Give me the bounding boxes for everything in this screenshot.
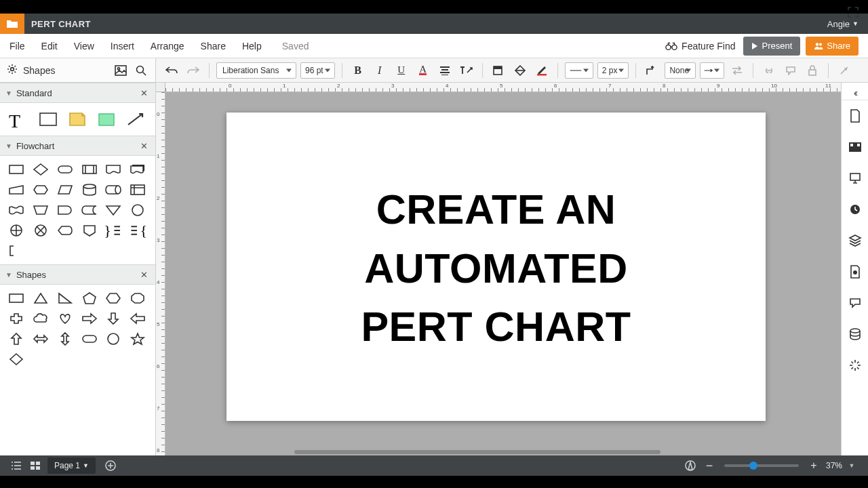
master-page-icon[interactable] [842, 131, 869, 163]
zoom-in-button[interactable]: + [804, 457, 823, 474]
preparation-shape[interactable] [31, 182, 50, 198]
arrow-end-select[interactable] [700, 62, 724, 79]
collapse-rail-button[interactable]: ‹‹ [842, 85, 868, 100]
page-heading-text[interactable]: CREATE ANAUTOMATEDPERT CHART [226, 180, 766, 357]
align-button[interactable] [436, 62, 454, 79]
cloud-shape[interactable] [31, 310, 50, 327]
or-shape[interactable] [7, 222, 26, 239]
menu-file[interactable]: File [9, 41, 25, 52]
search-shapes-button[interactable] [134, 63, 149, 78]
line-style-select[interactable] [565, 62, 593, 79]
menu-share[interactable]: Share [201, 41, 226, 52]
text-options-button[interactable] [458, 62, 475, 79]
canvas-page[interactable]: CREATE ANAUTOMATEDPERT CHART [226, 113, 766, 421]
menu-help[interactable]: Help [242, 41, 262, 52]
zoom-out-button[interactable]: − [700, 457, 719, 474]
close-icon[interactable]: ✕ [138, 88, 150, 98]
menu-edit[interactable]: Edit [41, 41, 58, 52]
arrow-updown-shape[interactable] [56, 331, 75, 347]
canvas-viewport[interactable]: CREATE ANAUTOMATEDPERT CHART [165, 92, 841, 455]
merge-shape[interactable] [104, 202, 123, 218]
bold-button[interactable]: B [349, 62, 367, 79]
block-shape[interactable] [94, 108, 119, 130]
theme-icon[interactable] [842, 256, 869, 287]
line-routing-button[interactable] [643, 62, 660, 79]
history-icon[interactable] [842, 194, 869, 225]
text-tool[interactable]: T [7, 108, 31, 130]
swap-arrows-button[interactable] [728, 62, 746, 79]
redo-button[interactable] [184, 62, 202, 79]
document-title[interactable]: PERT CHART [31, 19, 91, 29]
zoom-dropdown[interactable]: ▼ [842, 457, 861, 474]
close-icon[interactable]: ✕ [138, 270, 150, 280]
delay-shape[interactable] [56, 202, 75, 218]
rectangle-shape[interactable] [36, 108, 60, 130]
octagon-shape[interactable] [128, 290, 147, 306]
menu-view[interactable]: View [74, 41, 94, 52]
process-shape[interactable] [7, 161, 26, 178]
panel-standard-header[interactable]: ▼ Standard ✕ [0, 83, 155, 103]
actions-icon[interactable] [842, 350, 869, 381]
direct-data-shape[interactable] [104, 182, 123, 198]
data-linking-icon[interactable] [842, 319, 869, 350]
arrow-start-select[interactable]: None [665, 62, 696, 79]
right-triangle-shape[interactable] [56, 290, 75, 306]
zoom-slider-thumb[interactable] [749, 462, 757, 470]
border-color-button[interactable] [511, 62, 529, 79]
star-shape[interactable] [128, 331, 147, 347]
heart-shape[interactable] [56, 310, 75, 327]
image-library-button[interactable] [113, 63, 128, 78]
circle-shape[interactable] [104, 331, 123, 347]
italic-button[interactable]: I [371, 62, 389, 79]
gear-icon[interactable] [7, 64, 18, 77]
rectangle-shape[interactable] [7, 290, 26, 306]
text-color-button[interactable]: A [414, 62, 432, 79]
triangle-shape[interactable] [31, 290, 50, 306]
outline-view-button[interactable] [7, 457, 26, 474]
arrow-down-shape[interactable] [104, 310, 123, 327]
note-block-shape[interactable] [7, 243, 26, 259]
document-shape[interactable] [104, 161, 123, 178]
brace-left-shape[interactable]: { [128, 222, 147, 239]
paper-tape-shape[interactable] [7, 202, 26, 218]
magic-button[interactable] [835, 62, 853, 79]
decision-shape[interactable] [31, 161, 50, 178]
feature-find-button[interactable]: Feature Find [665, 41, 735, 52]
zoom-percent-label[interactable]: 37% [826, 461, 842, 470]
menu-arrange[interactable]: Arrange [151, 41, 184, 52]
arrow-up-shape[interactable] [7, 331, 26, 347]
note-shape[interactable] [65, 108, 90, 130]
panel-shapes-header[interactable]: ▼ Shapes ✕ [0, 264, 155, 285]
brand-logo[interactable] [0, 14, 24, 34]
arrow-right-shape[interactable] [80, 310, 99, 327]
internal-storage-shape[interactable] [128, 182, 147, 198]
fill-color-button[interactable] [490, 62, 507, 79]
summing-junction-shape[interactable] [31, 222, 50, 239]
line-width-select[interactable]: 2 px [597, 62, 629, 79]
predefined-process-shape[interactable] [80, 161, 99, 178]
arrow-line-tool[interactable] [123, 108, 148, 130]
accessibility-button[interactable] [681, 457, 700, 474]
terminator-shape[interactable] [56, 161, 75, 178]
stored-data-shape[interactable] [80, 202, 99, 218]
manual-input-shape[interactable] [7, 182, 26, 198]
multi-document-shape[interactable] [128, 161, 147, 178]
arrow-left-shape[interactable] [128, 310, 147, 327]
chat-icon[interactable] [842, 287, 869, 319]
thumbnail-view-button[interactable] [26, 457, 45, 474]
pentagon-shape[interactable] [80, 290, 99, 306]
display-shape[interactable] [56, 222, 75, 239]
undo-button[interactable] [163, 62, 180, 79]
panel-flowchart-header[interactable]: ▼ Flowchart ✕ [0, 136, 155, 156]
horizontal-scrollbar-thumb[interactable] [294, 450, 660, 454]
off-page-shape[interactable] [80, 222, 99, 239]
diamond-shape[interactable] [7, 351, 26, 367]
zoom-slider[interactable] [724, 464, 799, 467]
rounded-rect-shape[interactable] [80, 331, 99, 347]
presentation-icon[interactable] [842, 163, 869, 194]
new-page-icon[interactable] [842, 100, 869, 131]
database-shape[interactable] [80, 182, 99, 198]
line-color-button[interactable] [533, 62, 551, 79]
underline-button[interactable]: U [393, 62, 410, 79]
menu-insert[interactable]: Insert [111, 41, 134, 52]
